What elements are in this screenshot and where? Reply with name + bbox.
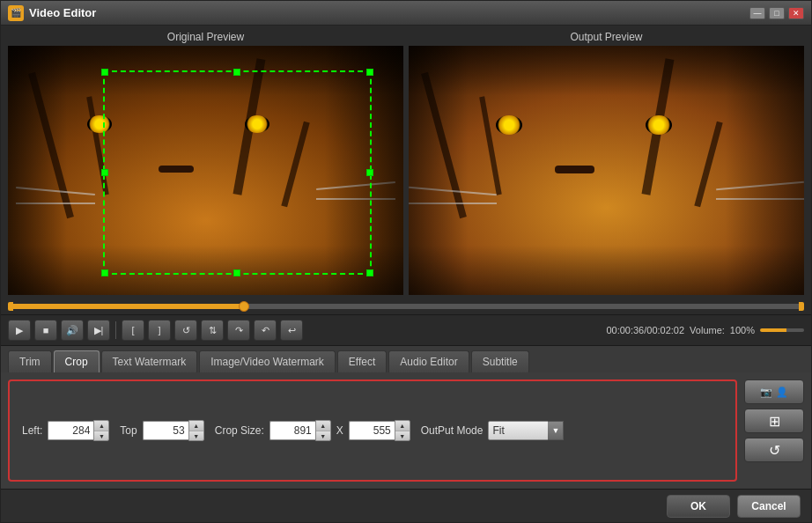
tab-subtitle[interactable]: Subtitle: [471, 350, 529, 372]
left-input[interactable]: ▲ ▼: [48, 420, 109, 441]
cancel-button[interactable]: Cancel: [737, 495, 801, 518]
width-spin-buttons: ▲ ▼: [315, 420, 331, 441]
select-arrow-icon: ▼: [548, 421, 564, 440]
left-label: Left:: [22, 424, 42, 437]
video-editor-window: 🎬 Video Editor — □ ✕ Original Preview: [0, 0, 812, 523]
top-label: Top: [120, 424, 137, 437]
crop-controls-panel: Left: ▲ ▼ Top ▲ ▼: [8, 379, 737, 482]
top-field: Top ▲ ▼: [120, 420, 203, 441]
forward-frame-button[interactable]: ▶|: [87, 320, 110, 341]
split-button[interactable]: ⇅: [201, 320, 224, 341]
timeline-area[interactable]: [1, 298, 811, 314]
content-area: Left: ▲ ▼ Top ▲ ▼: [1, 372, 811, 489]
volume-button[interactable]: 🔊: [61, 320, 84, 341]
profile-icon: 👤: [776, 387, 788, 398]
separator-1: [115, 321, 116, 339]
minimize-button[interactable]: —: [749, 7, 765, 19]
undo-button[interactable]: ↩: [280, 320, 303, 341]
original-preview-panel: Original Preview: [8, 29, 403, 295]
top-increment-button[interactable]: ▲: [189, 421, 203, 431]
right-action-buttons: 📷 👤 ⊞ ↺: [744, 379, 804, 462]
left-value-input[interactable]: [48, 421, 93, 440]
output-preview-label: Output Preview: [409, 29, 804, 46]
window-controls: — □ ✕: [749, 7, 804, 19]
left-field: Left: ▲ ▼: [22, 420, 109, 441]
controls-bar: ▶ ■ 🔊 ▶| [ ] ↺ ⇅ ↷ ↶ ↩ 00:00:36/00:02:02…: [1, 314, 811, 346]
width-decrement-button[interactable]: ▼: [316, 431, 330, 440]
preview-area: Original Preview: [1, 26, 811, 298]
loop-button[interactable]: ↺: [174, 320, 197, 341]
snapshot-profile-button[interactable]: 📷 👤: [744, 379, 804, 404]
output-mode-select-wrapper[interactable]: Fit Stretch Crop ▼: [488, 421, 564, 440]
reset-icon: ↺: [769, 442, 780, 459]
tab-text-watermark[interactable]: Text Watermark: [101, 350, 198, 372]
width-input[interactable]: ▲ ▼: [269, 420, 331, 441]
maximize-button[interactable]: □: [769, 7, 785, 19]
app-icon: 🎬: [8, 5, 24, 21]
height-decrement-button[interactable]: ▼: [395, 431, 410, 440]
width-value-input[interactable]: [269, 421, 315, 440]
tab-crop[interactable]: Crop: [54, 350, 100, 372]
tab-image-video-watermark[interactable]: Image/Video Watermark: [199, 350, 336, 372]
grid-button[interactable]: ⊞: [744, 409, 804, 433]
current-time: 00:00:36/00:02:02: [606, 325, 684, 335]
timeline-end-marker: [799, 302, 804, 311]
bottom-bar: OK Cancel: [1, 489, 811, 522]
output-mode-label: OutPut Mode: [421, 424, 484, 437]
volume-value: 100%: [730, 325, 755, 335]
snapshot-icon: 📷: [760, 387, 772, 398]
play-button[interactable]: ▶: [8, 320, 31, 341]
grid-icon: ⊞: [769, 413, 780, 430]
top-input[interactable]: ▲ ▼: [143, 420, 204, 441]
output-mode-select[interactable]: Fit Stretch Crop: [488, 421, 550, 440]
volume-slider[interactable]: [760, 328, 804, 332]
height-spin-buttons: ▲ ▼: [395, 420, 410, 441]
mark-out-button[interactable]: ]: [148, 320, 171, 341]
timeline-thumb[interactable]: [239, 301, 249, 312]
stop-button[interactable]: ■: [34, 320, 57, 341]
window-title: Video Editor: [29, 6, 749, 19]
timeline-start-marker: [8, 302, 13, 311]
original-preview-video: [8, 46, 403, 295]
ok-button[interactable]: OK: [667, 495, 730, 518]
top-value-input[interactable]: [143, 421, 188, 440]
height-increment-button[interactable]: ▲: [395, 421, 410, 431]
timeline-bar[interactable]: [8, 304, 804, 309]
title-bar: 🎬 Video Editor — □ ✕: [1, 1, 811, 26]
output-mode-field: OutPut Mode Fit Stretch Crop ▼: [421, 421, 565, 440]
original-video-content: [8, 46, 403, 295]
width-increment-button[interactable]: ▲: [316, 421, 330, 431]
volume-label: Volume:: [690, 325, 725, 335]
tab-effect[interactable]: Effect: [337, 350, 387, 372]
crop-size-field: Crop Size: ▲ ▼ X ▲ ▼: [215, 420, 410, 441]
output-preview-video: [409, 46, 804, 295]
crop-size-label: Crop Size:: [215, 424, 264, 437]
x-separator: X: [336, 424, 343, 437]
left-decrement-button[interactable]: ▼: [94, 431, 108, 440]
top-spin-buttons: ▲ ▼: [188, 420, 204, 441]
output-video-content: [409, 46, 804, 295]
rotate-left-button[interactable]: ↷: [227, 320, 250, 341]
mark-in-button[interactable]: [: [122, 320, 144, 341]
tab-audio-editor[interactable]: Audio Editor: [388, 350, 469, 372]
height-input[interactable]: ▲ ▼: [349, 420, 410, 441]
left-increment-button[interactable]: ▲: [94, 421, 108, 431]
close-button[interactable]: ✕: [788, 7, 804, 19]
time-display: 00:00:36/00:02:02 Volume: 100%: [606, 325, 804, 335]
original-preview-label: Original Preview: [8, 29, 403, 46]
output-preview-panel: Output Preview: [409, 29, 804, 295]
tabs-area: Trim Crop Text Watermark Image/Video Wat…: [1, 346, 811, 372]
reset-button[interactable]: ↺: [744, 438, 804, 462]
left-spin-buttons: ▲ ▼: [93, 420, 109, 441]
top-decrement-button[interactable]: ▼: [189, 431, 203, 440]
rotate-right-button[interactable]: ↶: [254, 320, 277, 341]
height-value-input[interactable]: [349, 421, 395, 440]
tab-trim[interactable]: Trim: [8, 350, 52, 372]
